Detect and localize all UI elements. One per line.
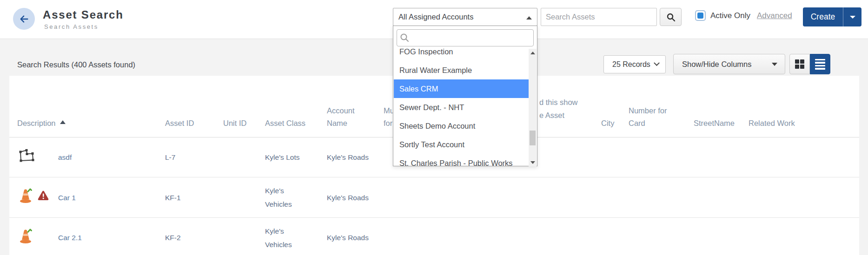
account-name-cell: Kyle's Roads xyxy=(327,177,384,217)
asset-description-link[interactable]: Car 2.1 xyxy=(58,231,82,244)
back-button[interactable] xyxy=(13,8,35,30)
description-cell: Car 1 xyxy=(9,177,165,217)
account-filter-select[interactable]: All Assigned Accounts xyxy=(393,8,537,26)
list-view-button[interactable] xyxy=(810,54,830,74)
search-button[interactable] xyxy=(660,8,682,26)
number-for-card-cell xyxy=(629,137,694,177)
asset-search-input[interactable] xyxy=(541,8,657,26)
show-hide-columns-button[interactable]: Show/Hide Columns xyxy=(673,54,785,74)
city-cell xyxy=(601,177,629,217)
warning-triangle-icon xyxy=(38,190,49,204)
arrow-left-icon xyxy=(19,14,29,24)
advanced-link[interactable]: Advanced xyxy=(757,11,792,20)
active-only-checkbox[interactable] xyxy=(695,10,706,21)
column-header-number-for-card[interactable]: Number for Card xyxy=(629,76,694,137)
records-select-value: 25 Records xyxy=(612,60,650,69)
unit-id-cell xyxy=(223,177,265,217)
dropdown-search xyxy=(397,29,534,46)
account-option[interactable]: St. Charles Parish - Public Works xyxy=(394,154,529,166)
column-header-street-name[interactable]: StreetName xyxy=(694,76,749,137)
active-only-label: Active Only xyxy=(710,11,750,20)
asset-class-cell: Kyle's Vehicles xyxy=(265,177,327,217)
results-summary: Search Results (400 Assets found) xyxy=(17,60,135,69)
asset-id-cell: L-7 xyxy=(165,137,223,177)
triangle-down-icon xyxy=(530,161,535,164)
page-title: Asset Search xyxy=(43,8,124,21)
account-option[interactable]: Sortly Test Account xyxy=(394,135,529,154)
chevron-down-icon xyxy=(654,60,660,66)
scrollbar-thumb[interactable] xyxy=(530,131,536,145)
account-name-cell: Kyle's Roads xyxy=(327,218,384,255)
dropdown-search-input[interactable] xyxy=(397,29,534,46)
traffic-cone-icon xyxy=(20,188,33,208)
sort-ascending-icon xyxy=(60,120,66,124)
asset-description-link[interactable]: Car 1 xyxy=(58,191,76,204)
column-header-asset-id[interactable]: Asset ID xyxy=(165,76,223,137)
account-option[interactable]: Sheets Demo Account xyxy=(394,117,529,135)
obscured-header-fragment: d this show xyxy=(539,96,578,109)
obscured-cell xyxy=(539,218,601,255)
create-button[interactable]: Create xyxy=(803,7,843,26)
related-work-cell xyxy=(749,218,859,255)
magnifier-icon xyxy=(400,33,409,42)
city-cell xyxy=(601,218,629,255)
chevron-down-icon xyxy=(772,63,777,66)
account-filter-value: All Assigned Accounts xyxy=(398,13,473,21)
create-dropdown-button[interactable] xyxy=(843,7,861,26)
chevron-up-icon xyxy=(526,16,532,20)
street-name-cell xyxy=(694,218,749,255)
active-only-control: Active Only xyxy=(695,10,750,21)
column-header-unit-id[interactable]: Unit ID xyxy=(223,76,265,137)
traffic-cone-icon xyxy=(20,228,33,248)
account-option[interactable]: Sales CRM xyxy=(394,79,529,98)
obscured-header-fragment: e Asset xyxy=(539,109,564,122)
chevron-down-icon xyxy=(850,16,855,19)
show-hide-columns-label: Show/Hide Columns xyxy=(682,60,751,69)
triangle-up-icon xyxy=(530,52,535,54)
asset-search-page: Asset Search Search Assets All Assigned … xyxy=(0,0,868,255)
unit-id-cell xyxy=(223,218,265,255)
obscured-cell xyxy=(539,137,601,177)
account-options-list: FOG Inspection Rural Water Example Sales… xyxy=(394,49,529,166)
street-name-cell xyxy=(694,177,749,217)
account-option[interactable]: Sewer Dept. - NHT xyxy=(394,98,529,117)
column-header-description[interactable]: Description xyxy=(9,76,165,137)
grid-view-button[interactable] xyxy=(789,54,810,74)
description-cell: Car 2.1 xyxy=(9,218,165,255)
number-for-card-cell xyxy=(629,177,694,217)
column-header-account-name[interactable]: Account Name xyxy=(327,76,384,137)
account-option[interactable]: FOG Inspection xyxy=(394,49,529,61)
asset-class-cell: Kyle's Lots xyxy=(265,137,327,177)
street-name-cell xyxy=(694,137,749,177)
polygon-lot-icon xyxy=(17,148,37,167)
unit-id-cell xyxy=(223,137,265,177)
column-header-asset-class[interactable]: Asset Class xyxy=(265,76,327,137)
checkbox-checked-mark xyxy=(697,13,703,19)
create-button-group: Create xyxy=(803,7,861,26)
column-header-city[interactable]: City xyxy=(601,76,629,137)
city-cell xyxy=(601,137,629,177)
description-cell: asdf xyxy=(9,137,165,177)
number-for-card-cell xyxy=(629,218,694,255)
table-row[interactable]: Car 2.1 KF-2 Kyle's Vehicles Kyle's Road… xyxy=(9,218,859,255)
related-work-cell xyxy=(749,137,859,177)
records-per-page-select[interactable]: 25 Records xyxy=(603,55,666,73)
dropdown-scrollbar xyxy=(529,49,537,166)
table-row[interactable]: Car 1 KF-1 Kyle's Vehicles Kyle's Roads xyxy=(9,177,859,218)
scroll-down-button[interactable] xyxy=(529,158,537,166)
asset-class-cell: Kyle's Vehicles xyxy=(265,218,327,255)
magnifier-icon xyxy=(666,13,676,22)
account-filter-dropdown-panel: FOG Inspection Rural Water Example Sales… xyxy=(393,26,537,166)
obscured-cell xyxy=(384,218,539,255)
account-option[interactable]: Rural Water Example xyxy=(394,61,529,79)
asset-description-link[interactable]: asdf xyxy=(58,150,72,164)
column-header-obscured-right[interactable]: d this show e Asset xyxy=(539,76,601,137)
related-work-cell xyxy=(749,177,859,217)
asset-id-cell: KF-1 xyxy=(165,177,223,217)
grid-view-icon xyxy=(795,59,804,69)
page-subtitle: Search Assets xyxy=(44,23,99,30)
list-view-icon xyxy=(815,59,825,70)
scroll-up-button[interactable] xyxy=(529,49,537,57)
column-header-related-work[interactable]: Related Work xyxy=(749,76,859,137)
obscured-cell xyxy=(539,177,601,217)
